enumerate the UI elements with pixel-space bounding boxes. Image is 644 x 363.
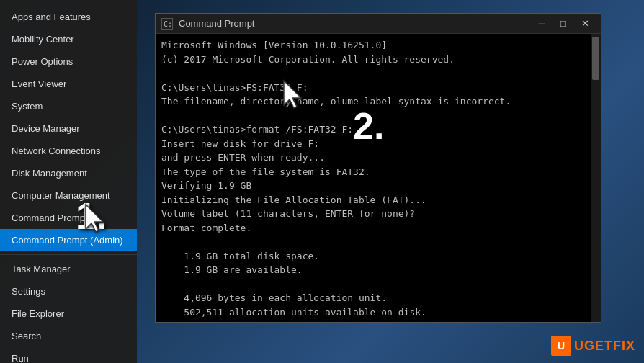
cmd-content-area: Microsoft Windows [Version 10.0.16251.0]… [156,34,601,322]
cmd-text: Microsoft Windows [Version 10.0.16251.0]… [161,38,595,322]
cmd-title: Command Prompt [179,18,532,29]
watermark-suffix: FIX [613,339,635,353]
watermark-icon: U [551,336,571,356]
watermark-highlight: ET [595,339,613,353]
sidebar-item-computer-management[interactable]: Computer Management [0,184,137,207]
cmd-window: C: Command Prompt ─ □ ✕ Microsoft Window… [155,13,601,323]
start-menu-items: Apps and Features Mobility Center Power … [0,0,137,363]
sidebar-item-system[interactable]: System [0,95,137,117]
sidebar-item-mobility-center[interactable]: Mobility Center [0,28,137,50]
sidebar-item-device-manager[interactable]: Device Manager [0,117,137,140]
sidebar-item-event-viewer[interactable]: Event Viewer [0,73,137,95]
sidebar-item-apps-features[interactable]: Apps and Features [0,6,137,28]
sidebar-item-power-options[interactable]: Power Options [0,50,137,73]
cmd-window-controls: ─ □ ✕ [532,17,595,31]
sidebar-item-command-prompt-admin[interactable]: Command Prompt (Admin) [0,229,137,251]
watermark-text: UGETFIX [574,339,635,354]
sidebar-item-command-prompt[interactable]: Command Prompt [0,207,137,229]
cmd-titlebar: C: Command Prompt ─ □ ✕ [156,14,601,34]
sidebar-item-search[interactable]: Search [0,325,137,347]
cmd-scrollbar[interactable] [591,34,601,322]
start-menu: Apps and Features Mobility Center Power … [0,0,137,363]
sidebar-item-settings[interactable]: Settings [0,280,137,302]
cmd-maximize-button[interactable]: □ [553,17,573,31]
cmd-icon: C: [161,18,173,30]
watermark: U UGETFIX [551,336,635,356]
cmd-close-button[interactable]: ✕ [575,17,595,31]
sidebar-item-run[interactable]: Run [0,347,137,363]
sidebar-item-task-manager[interactable]: Task Manager [0,258,137,280]
sidebar-item-disk-management[interactable]: Disk Management [0,162,137,184]
svg-text:C:: C: [164,20,172,28]
cmd-minimize-button[interactable]: ─ [532,17,552,31]
sidebar-item-file-explorer[interactable]: File Explorer [0,302,137,325]
sidebar-item-network-connections[interactable]: Network Connections [0,140,137,162]
watermark-prefix: UG [574,339,595,353]
menu-divider [0,254,137,255]
cmd-scroll-thumb[interactable] [592,37,599,80]
